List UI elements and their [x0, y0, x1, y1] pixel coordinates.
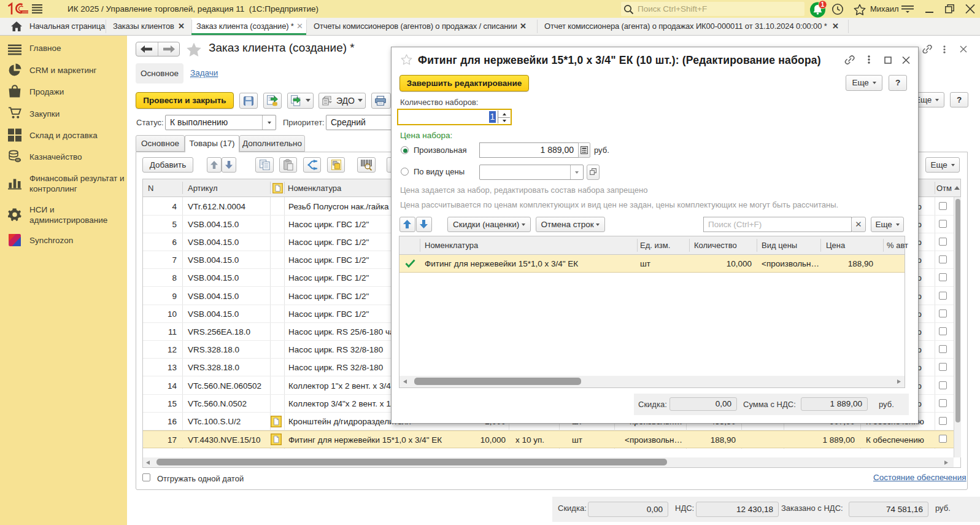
svg-text:1: 1 — [821, 1, 825, 8]
